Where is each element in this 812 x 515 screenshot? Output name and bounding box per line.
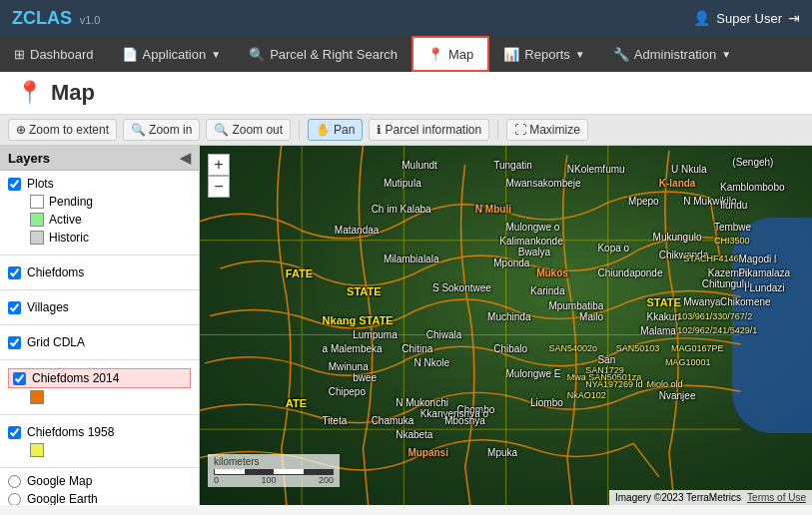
layer-chiefdoms-1958-label[interactable]: Chiefdoms 1958	[27, 425, 114, 439]
scale-seg-2	[245, 469, 275, 474]
layer-chiefdoms-1958-checkbox[interactable]	[8, 426, 21, 439]
nav-map-label: Map	[448, 47, 473, 62]
layer-google-earth-label[interactable]: Google Earth	[27, 492, 98, 505]
parcel-info-icon: ℹ	[377, 123, 382, 137]
zoom-out-label: Zoom out	[232, 123, 283, 137]
layer-google-map-radio[interactable]	[8, 475, 21, 488]
user-info: 👤 Super User ⇥	[693, 10, 800, 26]
scale-seg-1	[215, 469, 245, 474]
scale-numbers: 0 100 200	[214, 475, 334, 485]
layers-panel-title: Layers	[8, 151, 50, 166]
layer-villages-label[interactable]: Villages	[27, 300, 69, 314]
layer-divider-2	[0, 289, 199, 290]
layer-group-plots: Plots Pending Active Historic	[0, 171, 199, 251]
layer-villages: Villages	[8, 298, 191, 316]
map-zoom-in-button[interactable]: +	[208, 154, 230, 176]
layers-panel: Layers ◀ Plots Pending Active Historic	[0, 146, 200, 505]
dashboard-icon: ⊞	[14, 47, 25, 62]
nav-application[interactable]: 📄 Application ▼	[108, 36, 236, 72]
pending-label: Pending	[49, 195, 93, 209]
layer-group-chiefdoms: Chiefdoms	[0, 259, 199, 285]
layer-divider-4	[0, 359, 199, 360]
admin-icon: 🔧	[613, 47, 629, 62]
scale-val-0: 0	[214, 475, 219, 485]
scale-val-100: 100	[261, 475, 276, 485]
nav-map[interactable]: 📍 Map	[411, 36, 489, 72]
historic-color-swatch	[30, 231, 44, 245]
layer-chiefdoms-2014-checkbox[interactable]	[13, 372, 26, 385]
layer-plots-historic: Historic	[8, 229, 191, 247]
layer-grid-cdla-checkbox[interactable]	[8, 336, 21, 349]
pan-label: Pan	[334, 123, 355, 137]
nav-reports[interactable]: 📊 Reports ▼	[489, 36, 598, 72]
layer-group-villages: Villages	[0, 294, 199, 320]
nav-parcel-label: Parcel & Right Search	[270, 47, 398, 62]
zoom-in-label: Zoom in	[149, 123, 192, 137]
pan-icon: ✋	[316, 123, 331, 137]
map-zoom-out-button[interactable]: −	[208, 176, 230, 198]
layer-villages-checkbox[interactable]	[8, 301, 21, 314]
layer-grid-cdla-label[interactable]: Grid CDLA	[27, 335, 85, 349]
map-nav-icon: 📍	[427, 47, 443, 62]
nav-dashboard[interactable]: ⊞ Dashboard	[0, 36, 108, 72]
user-icon: 👤	[693, 10, 710, 26]
layer-divider-1	[0, 255, 199, 256]
layer-grid-cdla: Grid CDLA	[8, 333, 191, 351]
chiefdoms-1958-swatch-row	[8, 441, 191, 459]
topbar: ZCLAS v1.0 👤 Super User ⇥	[0, 0, 812, 36]
layer-group-chiefdoms-2014: Chiefdoms 2014	[0, 364, 199, 410]
layers-panel-header: Layers ◀	[0, 146, 199, 171]
toolbar-separator-1	[299, 120, 300, 140]
app-version: v1.0	[80, 14, 101, 26]
logout-icon[interactable]: ⇥	[788, 10, 800, 26]
layer-google-map: Google Map	[0, 472, 199, 490]
nav-application-label: Application	[143, 47, 207, 62]
scale-seg-3	[274, 469, 304, 474]
map-background: MulundtTungatinNKolemfumuU Nkula(Sengeh)…	[200, 146, 812, 505]
active-label: Active	[49, 213, 82, 227]
layer-chiefdoms-2014-label[interactable]: Chiefdoms 2014	[32, 371, 119, 385]
layer-plots: Plots	[8, 175, 191, 193]
layer-chiefdoms-label[interactable]: Chiefdoms	[27, 265, 84, 279]
map-overlay-svg	[200, 146, 812, 505]
layer-chiefdoms-1958: Chiefdoms 1958	[8, 423, 191, 441]
app-title: ZCLAS	[12, 8, 72, 28]
reports-caret-icon: ▼	[575, 49, 585, 60]
layer-divider-3	[0, 324, 199, 325]
map-viewport[interactable]: MulundtTungatinNKolemfumuU Nkula(Sengeh)…	[200, 146, 812, 505]
zoom-extent-button[interactable]: ⊕ Zoom to extent	[8, 119, 117, 141]
layer-google-earth: Google Earth	[0, 490, 199, 505]
layer-plots-label[interactable]: Plots	[27, 177, 54, 191]
application-caret-icon: ▼	[211, 49, 221, 60]
layer-google-map-label[interactable]: Google Map	[27, 474, 92, 488]
page-header: 📍 Map	[0, 72, 812, 115]
nav-parcel-search[interactable]: 🔍 Parcel & Right Search	[235, 36, 411, 72]
attribution-text: Imagery ©2023 TerraMetrics	[615, 492, 741, 503]
zoom-in-button[interactable]: 🔍 Zoom in	[123, 119, 200, 141]
zoom-extent-label: Zoom to extent	[29, 123, 109, 137]
zoom-controls: + −	[208, 154, 230, 198]
terms-link[interactable]: Terms of Use	[747, 492, 806, 503]
layer-chiefdoms: Chiefdoms	[8, 263, 191, 281]
map-container: Layers ◀ Plots Pending Active Historic	[0, 146, 812, 505]
layer-divider-5	[0, 414, 199, 415]
zoom-in-icon: 🔍	[131, 123, 146, 137]
layer-google-earth-radio[interactable]	[8, 493, 21, 506]
layer-plots-checkbox[interactable]	[8, 178, 21, 191]
pan-button[interactable]: ✋ Pan	[308, 119, 363, 141]
page-title: Map	[51, 80, 95, 106]
maximize-button[interactable]: ⛶ Maximize	[506, 119, 588, 141]
collapse-panel-button[interactable]: ◀	[180, 150, 191, 166]
nav-administration[interactable]: 🔧 Administration ▼	[599, 36, 745, 72]
layer-group-grid-cdla: Grid CDLA	[0, 329, 199, 355]
navbar: ⊞ Dashboard 📄 Application ▼ 🔍 Parcel & R…	[0, 36, 812, 72]
file-icon: 📄	[122, 47, 138, 62]
parcel-info-button[interactable]: ℹ Parcel information	[369, 119, 489, 141]
zoom-out-button[interactable]: 🔍 Zoom out	[206, 119, 291, 141]
admin-caret-icon: ▼	[721, 49, 731, 60]
chiefdoms-2014-swatch-row	[8, 388, 191, 406]
layer-chiefdoms-2014: Chiefdoms 2014	[8, 368, 191, 388]
chiefdoms-1958-color-swatch	[30, 443, 44, 457]
layer-chiefdoms-checkbox[interactable]	[8, 266, 21, 279]
map-attribution: Imagery ©2023 TerraMetrics Terms of Use	[609, 490, 812, 505]
